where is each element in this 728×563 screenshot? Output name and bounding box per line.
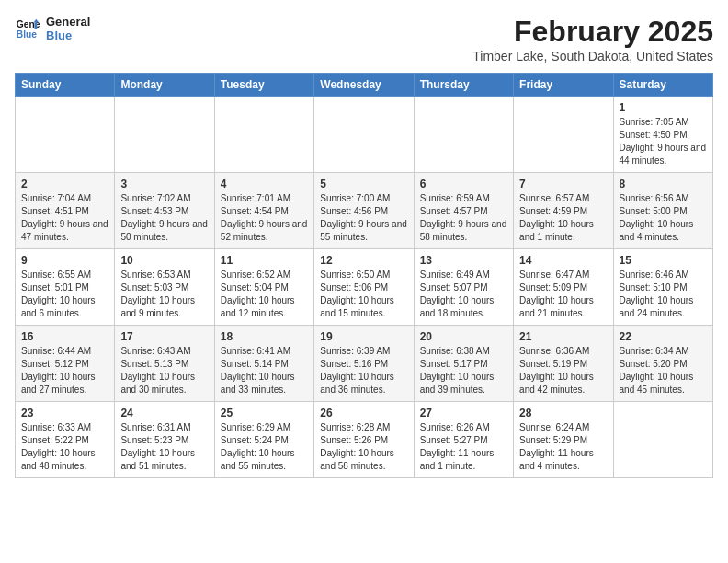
day-cell: 22Sunrise: 6:34 AM Sunset: 5:20 PM Dayli… [613,326,712,402]
day-cell: 19Sunrise: 6:39 AM Sunset: 5:16 PM Dayli… [314,326,414,402]
day-cell: 14Sunrise: 6:47 AM Sunset: 5:09 PM Dayli… [514,249,613,326]
page-header: General Blue General Blue February 2025 … [15,15,713,63]
day-info: Sunrise: 6:53 AM Sunset: 5:03 PM Dayligh… [120,269,208,320]
day-info: Sunrise: 6:41 AM Sunset: 5:14 PM Dayligh… [221,345,308,396]
day-info: Sunrise: 6:55 AM Sunset: 5:01 PM Dayligh… [21,269,108,320]
day-cell [314,97,414,173]
day-number: 18 [221,330,308,343]
day-number: 17 [120,330,208,343]
day-info: Sunrise: 7:04 AM Sunset: 4:51 PM Dayligh… [21,192,108,244]
day-number: 13 [420,254,507,267]
day-number: 20 [420,330,507,343]
day-info: Sunrise: 6:36 AM Sunset: 5:19 PM Dayligh… [519,345,607,396]
day-number: 4 [221,178,308,190]
day-cell: 17Sunrise: 6:43 AM Sunset: 5:13 PM Dayli… [115,326,214,402]
day-number: 21 [519,330,607,343]
svg-rect-3 [34,22,37,29]
day-number: 22 [620,330,707,343]
day-cell: 27Sunrise: 6:26 AM Sunset: 5:27 PM Dayli… [414,402,513,478]
day-info: Sunrise: 6:39 AM Sunset: 5:16 PM Dayligh… [320,345,407,396]
logo-icon: General Blue [15,16,40,41]
week-row-3: 16Sunrise: 6:44 AM Sunset: 5:12 PM Dayli… [16,326,713,402]
day-number: 27 [420,407,507,419]
weekday-header-tuesday: Tuesday [214,74,313,97]
day-cell: 20Sunrise: 6:38 AM Sunset: 5:17 PM Dayli… [414,326,513,402]
day-info: Sunrise: 6:47 AM Sunset: 5:09 PM Dayligh… [519,269,607,320]
weekday-header-sunday: Sunday [16,74,115,97]
day-number: 3 [120,178,208,190]
day-cell: 6Sunrise: 6:59 AM Sunset: 4:57 PM Daylig… [414,173,513,249]
day-cell [613,402,712,478]
day-cell [514,97,613,173]
day-number: 12 [320,254,407,267]
weekday-header-saturday: Saturday [613,74,712,97]
day-info: Sunrise: 6:38 AM Sunset: 5:17 PM Dayligh… [420,345,507,396]
day-info: Sunrise: 6:46 AM Sunset: 5:10 PM Dayligh… [620,269,707,320]
day-info: Sunrise: 6:52 AM Sunset: 5:04 PM Dayligh… [221,269,308,320]
day-number: 2 [21,178,108,190]
day-cell: 11Sunrise: 6:52 AM Sunset: 5:04 PM Dayli… [214,249,313,326]
day-info: Sunrise: 6:34 AM Sunset: 5:20 PM Dayligh… [620,345,707,396]
title-area: February 2025 Timber Lake, South Dakota,… [472,15,713,63]
day-cell: 3Sunrise: 7:02 AM Sunset: 4:53 PM Daylig… [115,173,214,249]
day-cell: 24Sunrise: 6:31 AM Sunset: 5:23 PM Dayli… [115,402,214,478]
day-info: Sunrise: 6:24 AM Sunset: 5:29 PM Dayligh… [519,421,607,473]
week-row-4: 23Sunrise: 6:33 AM Sunset: 5:22 PM Dayli… [16,402,713,478]
weekday-header-monday: Monday [115,74,214,97]
day-info: Sunrise: 6:26 AM Sunset: 5:27 PM Dayligh… [420,421,507,473]
day-cell [214,97,313,173]
day-cell: 16Sunrise: 6:44 AM Sunset: 5:12 PM Dayli… [16,326,115,402]
day-number: 6 [420,178,507,190]
day-number: 1 [620,101,707,114]
weekday-header-row: SundayMondayTuesdayWednesdayThursdayFrid… [16,74,713,97]
day-cell: 7Sunrise: 6:57 AM Sunset: 4:59 PM Daylig… [514,173,613,249]
logo-line2: Blue [46,29,90,42]
day-info: Sunrise: 7:00 AM Sunset: 4:56 PM Dayligh… [320,192,407,244]
day-info: Sunrise: 7:05 AM Sunset: 4:50 PM Dayligh… [620,116,707,167]
weekday-header-friday: Friday [514,74,613,97]
day-number: 5 [320,178,407,190]
day-info: Sunrise: 6:49 AM Sunset: 5:07 PM Dayligh… [420,269,507,320]
day-info: Sunrise: 7:02 AM Sunset: 4:53 PM Dayligh… [120,192,208,244]
day-cell [115,97,214,173]
day-info: Sunrise: 6:59 AM Sunset: 4:57 PM Dayligh… [420,192,507,244]
day-cell: 4Sunrise: 7:01 AM Sunset: 4:54 PM Daylig… [214,173,313,249]
calendar-table: SundayMondayTuesdayWednesdayThursdayFrid… [15,73,713,478]
day-info: Sunrise: 6:44 AM Sunset: 5:12 PM Dayligh… [21,345,108,396]
weekday-header-thursday: Thursday [414,74,513,97]
day-cell: 10Sunrise: 6:53 AM Sunset: 5:03 PM Dayli… [115,249,214,326]
day-cell: 2Sunrise: 7:04 AM Sunset: 4:51 PM Daylig… [16,173,115,249]
day-info: Sunrise: 6:43 AM Sunset: 5:13 PM Dayligh… [120,345,208,396]
day-number: 8 [620,178,707,190]
day-info: Sunrise: 6:33 AM Sunset: 5:22 PM Dayligh… [21,421,108,473]
day-cell: 1Sunrise: 7:05 AM Sunset: 4:50 PM Daylig… [613,97,712,173]
day-cell: 13Sunrise: 6:49 AM Sunset: 5:07 PM Dayli… [414,249,513,326]
day-info: Sunrise: 6:28 AM Sunset: 5:26 PM Dayligh… [320,421,407,473]
svg-text:Blue: Blue [17,29,38,40]
day-number: 14 [519,254,607,267]
day-cell: 28Sunrise: 6:24 AM Sunset: 5:29 PM Dayli… [514,402,613,478]
day-number: 24 [120,407,208,419]
day-number: 15 [620,254,707,267]
day-info: Sunrise: 6:31 AM Sunset: 5:23 PM Dayligh… [120,421,208,473]
week-row-1: 2Sunrise: 7:04 AM Sunset: 4:51 PM Daylig… [16,173,713,249]
day-cell: 21Sunrise: 6:36 AM Sunset: 5:19 PM Dayli… [514,326,613,402]
day-info: Sunrise: 6:56 AM Sunset: 5:00 PM Dayligh… [620,192,707,244]
day-cell [16,97,115,173]
day-number: 19 [320,330,407,343]
day-number: 28 [519,407,607,419]
day-cell: 8Sunrise: 6:56 AM Sunset: 5:00 PM Daylig… [613,173,712,249]
day-info: Sunrise: 7:01 AM Sunset: 4:54 PM Dayligh… [221,192,308,244]
day-cell: 23Sunrise: 6:33 AM Sunset: 5:22 PM Dayli… [16,402,115,478]
logo: General Blue General Blue [15,15,90,42]
day-number: 9 [21,254,108,267]
day-info: Sunrise: 6:57 AM Sunset: 4:59 PM Dayligh… [519,192,607,244]
day-number: 11 [221,254,308,267]
day-number: 10 [120,254,208,267]
day-info: Sunrise: 6:50 AM Sunset: 5:06 PM Dayligh… [320,269,407,320]
day-cell: 26Sunrise: 6:28 AM Sunset: 5:26 PM Dayli… [314,402,414,478]
day-number: 16 [21,330,108,343]
day-number: 7 [519,178,607,190]
day-number: 23 [21,407,108,419]
day-info: Sunrise: 6:29 AM Sunset: 5:24 PM Dayligh… [221,421,308,473]
